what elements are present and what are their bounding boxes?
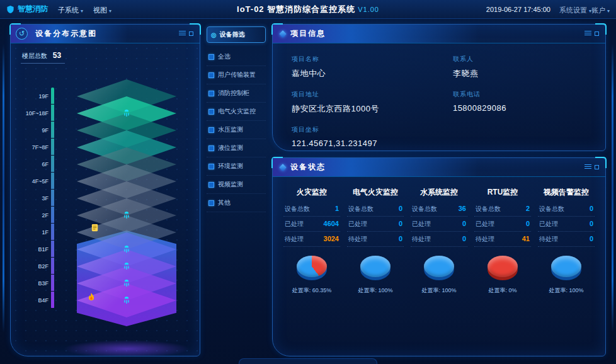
datetime: 2019-06-27 17:45:00: [486, 6, 550, 13]
back-icon[interactable]: ↺: [16, 28, 28, 40]
filter-option-4[interactable]: 水压监测: [207, 121, 266, 139]
checkbox-icon[interactable]: [208, 54, 214, 60]
project-field-0: 项目名称嘉地中心: [292, 55, 445, 79]
filter-option-8[interactable]: 其他: [207, 194, 266, 212]
status-panel-title: 设备状态: [280, 162, 326, 173]
project-field-value: 静安区北京西路1000号: [292, 103, 445, 115]
floor-gradient-bar: [51, 88, 54, 309]
project-field-value: 李晓燕: [453, 68, 586, 79]
checkbox-icon[interactable]: [208, 109, 214, 115]
project-field-label: 项目坐标: [292, 125, 445, 134]
right-nav-item-1[interactable]: 账户▾: [591, 6, 610, 14]
filter-option-2[interactable]: 消防控制柜: [207, 84, 266, 103]
filter-option-1[interactable]: 用户传输装置: [207, 66, 266, 84]
stack-glow: [64, 340, 190, 356]
handled-count-row: 已处理0: [474, 217, 531, 232]
brand-logo-icon: [6, 5, 14, 14]
device-total-label: 设备总数: [348, 205, 374, 213]
distribution-panel-title: 设备分布示意图: [35, 28, 97, 39]
handled-count-value: 0: [526, 220, 530, 227]
filter-option-0[interactable]: 全选: [207, 48, 266, 66]
lines-icon: [585, 164, 591, 170]
sprinkler-alarm-icon[interactable]: [122, 108, 132, 118]
filter-option-5[interactable]: 液位监测: [207, 139, 266, 157]
disposal-rate-pie: [488, 256, 518, 282]
filter-option-label: 环境监测: [218, 162, 243, 171]
checkbox-icon[interactable]: [208, 145, 214, 151]
checkbox-icon[interactable]: [208, 200, 214, 206]
building-map: 楼层总数 53 19F10F~18F9F7F~8F6F4F~5F3F2F1FB1…: [11, 43, 200, 356]
right-column: 项目信息 项目名称嘉地中心联系人李晓燕项目地址静安区北京西路1000号联系电话1…: [272, 24, 606, 356]
handled-count-label: 已处理: [412, 220, 431, 229]
filter-option-label: 液位监测: [218, 144, 243, 152]
sprinkler-alarm-icon[interactable]: [122, 261, 132, 271]
sprinkler-alarm-icon[interactable]: [122, 278, 132, 288]
checkbox-icon[interactable]: [208, 182, 214, 188]
project-field-label: 联系电话: [453, 90, 586, 99]
filter-option-label: 视频监测: [218, 180, 243, 189]
sprinkler-alarm-icon[interactable]: [122, 210, 132, 220]
pending-count-value: 41: [522, 235, 530, 242]
handled-count-value: 4604: [324, 220, 339, 227]
target-icon: ◎: [211, 31, 217, 38]
sprinkler-alarm-icon[interactable]: [122, 244, 132, 254]
chevron-down-icon: ▾: [81, 8, 83, 14]
handled-count-row: 已处理0: [411, 217, 467, 232]
project-field-label: 联系人: [453, 55, 586, 64]
right-nav-item-0[interactable]: 系统设置▾: [559, 6, 591, 14]
filter-option-3[interactable]: 电气火灾监控: [207, 103, 266, 121]
nav-item-0[interactable]: 子系统▾: [58, 6, 83, 14]
left-edge-decoration: [3, 44, 4, 333]
device-total-value: 2: [526, 205, 530, 212]
panel-deco: [585, 31, 599, 37]
handled-count-row: 已处理0: [347, 217, 404, 232]
filter-header: ◎ 设备筛选: [207, 26, 266, 43]
top-bar: 智慧消防 子系统▾视图▾ IoT-02 智慧消防综合监控系统V1.00 2019…: [0, 0, 616, 19]
pending-count-row: 待处理41: [474, 232, 531, 247]
floor-label: 1F: [16, 224, 48, 241]
status-column-0: 火灾监控设备总数1已处理4604待处理3024处置率: 60.35%: [282, 182, 342, 295]
sprinkler-alarm-icon[interactable]: [122, 295, 132, 305]
filter-option-6[interactable]: 环境监测: [207, 157, 266, 176]
checkbox-icon[interactable]: [208, 72, 214, 78]
handled-count-label: 已处理: [476, 220, 494, 229]
project-field-value: 嘉地中心: [292, 68, 445, 79]
device-total-value: 0: [399, 205, 402, 212]
pending-count-label: 待处理: [285, 235, 304, 244]
panel-deco: [179, 31, 193, 37]
filter-option-7[interactable]: 视频监测: [207, 176, 266, 194]
app-title: IoT-02 智慧消防综合监控系统V1.00: [237, 4, 379, 15]
device-total-row: 设备总数36: [411, 202, 467, 217]
checkbox-icon[interactable]: [208, 127, 214, 133]
floor-label: 4F~5F: [16, 173, 48, 190]
status-category-name: 视频告警监控: [544, 187, 589, 198]
device-filter-panel: ◎ 设备筛选 全选用户传输装置消防控制柜电气火灾监控水压监测液位监测环境监测视频…: [207, 24, 266, 356]
nav-item-1[interactable]: 视图▾: [93, 6, 111, 14]
lines-icon: [179, 31, 186, 37]
document-badge-icon[interactable]: [90, 223, 100, 233]
diamond-icon: [279, 30, 286, 37]
pending-count-value: 0: [462, 235, 466, 242]
filter-option-label: 消防控制柜: [218, 89, 249, 98]
top-right: 2019-06-27 17:45:00 系统设置▾账户▾: [486, 4, 610, 15]
project-field-1: 联系人李晓燕: [453, 55, 586, 79]
disposal-rate-text: 处置率: 100%: [421, 287, 456, 295]
pie-top-face: [551, 256, 581, 277]
status-column-4: 视频告警监控设备总数0已处理0待处理0处置率: 100%: [536, 182, 596, 295]
pending-count-label: 待处理: [348, 235, 367, 244]
pending-count-label: 待处理: [412, 235, 431, 244]
fire-alarm-icon[interactable]: [86, 292, 96, 302]
device-total-value: 36: [459, 205, 466, 212]
device-total-label: 设备总数: [412, 205, 437, 213]
brand: 智慧消防: [6, 4, 48, 14]
disposal-rate-pie: [424, 256, 454, 282]
chevron-down-icon: ▾: [607, 8, 610, 14]
checkbox-icon[interactable]: [208, 91, 214, 96]
app-title-text: IoT-02 智慧消防综合监控系统: [237, 4, 355, 14]
pending-count-label: 待处理: [476, 235, 494, 244]
project-field-4: 项目坐标121.45671,31.231497: [292, 125, 445, 148]
disposal-rate-text: 处置率: 0%: [488, 287, 516, 295]
pending-count-value: 0: [399, 235, 402, 242]
checkbox-icon[interactable]: [208, 164, 214, 169]
disposal-rate-pie: [551, 256, 581, 282]
